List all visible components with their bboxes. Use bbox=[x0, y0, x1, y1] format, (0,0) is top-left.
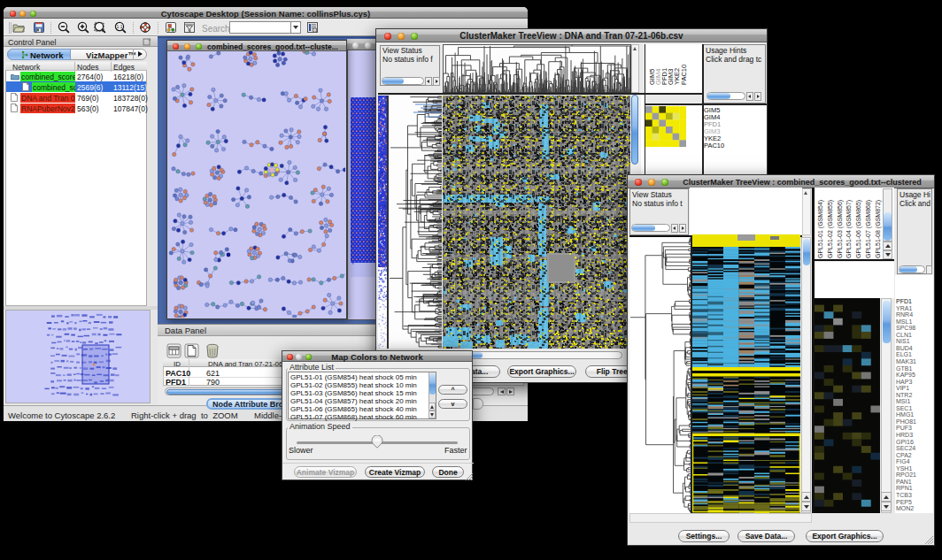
svg-text:1:1: 1:1 bbox=[117, 24, 123, 29]
